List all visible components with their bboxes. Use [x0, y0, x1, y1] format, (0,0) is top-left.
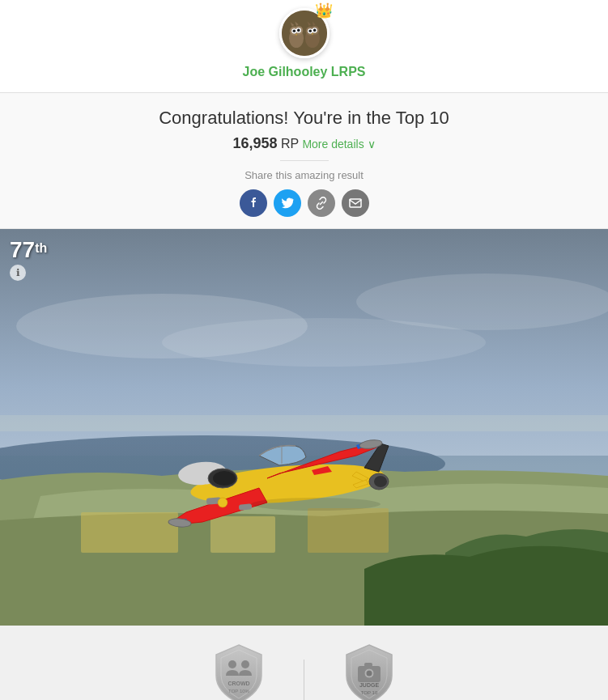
svg-point-46	[241, 660, 249, 668]
share-link-button[interactable]	[308, 189, 335, 217]
congrats-title: Congratulations! You're in the Top 10	[16, 108, 592, 129]
svg-point-51	[367, 671, 372, 677]
username: Joe Gilhooley LRPS	[0, 65, 608, 79]
share-facebook-button[interactable]	[240, 189, 267, 217]
rank-suffix: th	[35, 241, 47, 255]
rp-unit: RP	[281, 137, 299, 151]
svg-rect-26	[0, 415, 608, 431]
divider	[280, 160, 329, 161]
svg-point-14	[313, 29, 316, 32]
congrats-section: Congratulations! You're in the Top 10 16…	[0, 93, 608, 229]
svg-point-36	[213, 471, 236, 486]
rp-line: 16,958 RP More details ∨	[16, 135, 592, 152]
svg-rect-21	[350, 199, 361, 207]
crowd-badge: CROWD TOP 10%	[206, 642, 271, 700]
rp-value: 16,958	[232, 135, 277, 151]
svg-text:JUDGE: JUDGE	[359, 682, 379, 688]
share-buttons	[16, 189, 592, 217]
svg-point-25	[162, 318, 486, 367]
svg-point-40	[374, 476, 387, 487]
share-text: Share this amazing result	[16, 169, 592, 181]
svg-point-6	[292, 29, 295, 32]
svg-point-43	[218, 498, 227, 507]
image-section: 77th ℹ	[0, 229, 608, 626]
rank-badge: 77th	[10, 237, 47, 263]
svg-rect-30	[210, 516, 275, 553]
svg-point-44	[251, 498, 381, 511]
info-icon[interactable]: ℹ	[10, 265, 26, 281]
share-email-button[interactable]	[342, 189, 369, 217]
judge-score-item: JUDGE TOP 10 Judge 5th	[304, 642, 434, 700]
svg-text:TOP 10: TOP 10	[361, 690, 378, 695]
svg-text:TOP 10%: TOP 10%	[228, 689, 249, 694]
header-section: 👑 Joe Gilhooley LRPS	[0, 0, 608, 93]
crown-icon: 👑	[315, 2, 333, 19]
svg-rect-52	[364, 663, 372, 667]
share-twitter-button[interactable]	[274, 189, 301, 217]
svg-rect-42	[239, 503, 253, 510]
crowd-score-item: CROWD TOP 10% Top 10%	[174, 642, 304, 700]
svg-point-7	[296, 29, 300, 32]
avatar-container: 👑	[279, 8, 330, 58]
svg-rect-31	[308, 508, 389, 553]
scores-section: CROWD TOP 10% Top 10%	[0, 626, 608, 700]
svg-point-13	[308, 29, 312, 32]
judge-badge: JUDGE TOP 10	[337, 642, 402, 700]
more-details-link[interactable]: More details ∨	[302, 138, 375, 151]
svg-rect-29	[81, 512, 178, 553]
svg-text:CROWD: CROWD	[227, 681, 249, 686]
rank-number: 77	[10, 237, 35, 262]
svg-point-45	[228, 660, 236, 668]
